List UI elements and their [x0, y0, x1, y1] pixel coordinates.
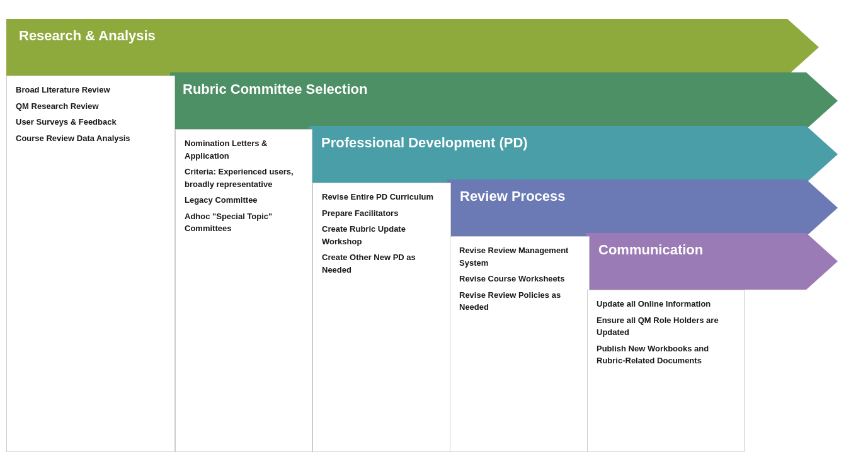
arrow-research-label: Research & Analysis — [19, 28, 156, 44]
pd-item-0: Revise Entire PD Curriculum — [322, 191, 442, 203]
box-review: Revise Review Management System Revise C… — [450, 236, 590, 452]
box-rubric: Nomination Letters & Application Criteri… — [175, 129, 312, 452]
comm-item-0: Update all Online Information — [597, 298, 735, 310]
arrow-comm-label: Communication — [598, 242, 703, 258]
diagram-container: Research & Analysis Rubric Committee Sel… — [0, 0, 868, 471]
rubric-item-0: Nomination Letters & Application — [185, 137, 303, 162]
pd-item-3: Create Other New PD as Needed — [322, 251, 442, 276]
arrow-review: Review Process — [447, 179, 838, 236]
arrow-research: Research & Analysis — [6, 19, 819, 76]
rubric-item-1: Criteria: Experienced users, broadly rep… — [185, 166, 303, 190]
research-item-0: Broad Literature Review — [16, 84, 166, 96]
box-research: Broad Literature Review QM Research Revi… — [6, 76, 175, 452]
review-item-0: Revise Review Management System — [459, 244, 580, 269]
comm-item-1: Ensure all QM Role Holders are Updated — [597, 314, 735, 339]
research-item-1: QM Research Review — [16, 100, 166, 113]
review-item-1: Revise Course Worksheets — [459, 273, 580, 285]
rubric-item-2: Legacy Committee — [185, 194, 303, 207]
rubric-item-3: Adhoc "Special Topic" Committees — [185, 210, 303, 235]
box-comm: Update all Online Information Ensure all… — [587, 290, 745, 452]
pd-item-1: Prepare Facilitators — [322, 207, 442, 220]
arrow-review-label: Review Process — [460, 188, 566, 205]
arrow-pd-label: Professional Development (PD) — [321, 135, 528, 151]
arrow-pd: Professional Development (PD) — [309, 126, 838, 183]
arrow-rubric: Rubric Committee Selection — [170, 72, 838, 129]
research-item-2: User Surveys & Feedback — [16, 116, 166, 128]
research-item-3: Course Review Data Analysis — [16, 132, 166, 145]
arrow-comm: Communication — [586, 233, 838, 290]
review-item-2: Revise Review Policies as Needed — [459, 289, 580, 314]
pd-item-2: Create Rubric Update Workshop — [322, 223, 442, 247]
comm-item-2: Publish New Workbooks and Rubric-Related… — [597, 343, 735, 367]
box-pd: Revise Entire PD Curriculum Prepare Faci… — [312, 183, 451, 452]
arrow-rubric-label: Rubric Committee Selection — [183, 81, 367, 98]
